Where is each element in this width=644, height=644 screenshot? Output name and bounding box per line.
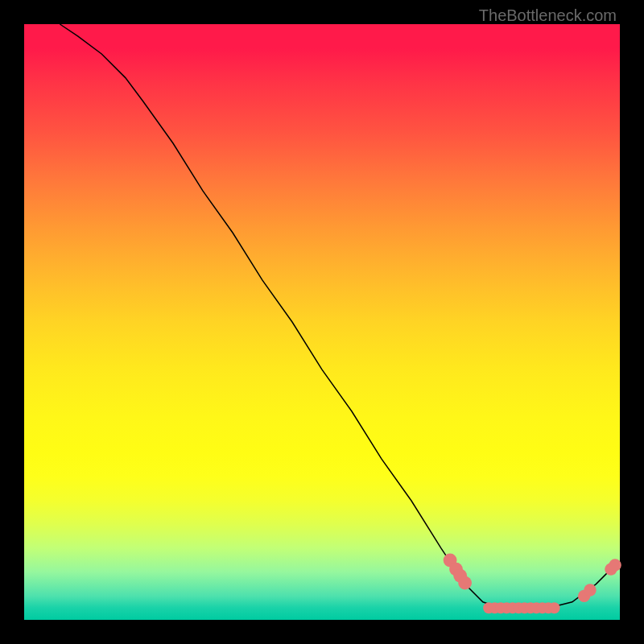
chart-overlay xyxy=(24,24,620,620)
data-points xyxy=(444,554,621,614)
curve-line xyxy=(60,24,613,608)
data-point xyxy=(458,576,472,590)
watermark-text: TheBottleneck.com xyxy=(479,6,617,25)
plot-area xyxy=(24,24,620,620)
data-point xyxy=(584,584,596,596)
data-point xyxy=(609,559,621,571)
chart-container: TheBottleneck.com xyxy=(0,0,644,644)
data-point xyxy=(549,602,560,613)
